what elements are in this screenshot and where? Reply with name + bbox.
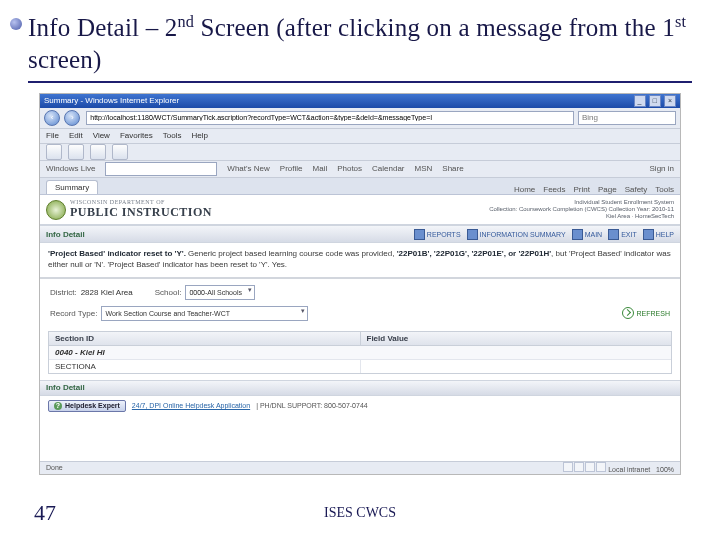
tab-summary[interactable]: Summary bbox=[46, 180, 98, 194]
header-line-1: Individual Student Enrollment System bbox=[489, 199, 674, 206]
command-bar: Home Feeds Print Page Safety Tools bbox=[514, 185, 674, 194]
page-content: WISCONSIN DEPARTMENT OF PUBLIC INSTRUCTI… bbox=[40, 195, 680, 471]
link-info-summary[interactable]: INFORMATION SUMMARY bbox=[467, 229, 566, 240]
title-ordinal-1: nd bbox=[177, 13, 194, 31]
cmd-feeds[interactable]: Feeds bbox=[543, 185, 565, 194]
minimize-button[interactable]: _ bbox=[634, 95, 646, 107]
page-number: 47 bbox=[34, 500, 56, 526]
link-reports[interactable]: REPORTS bbox=[414, 229, 461, 240]
status-segments bbox=[562, 466, 606, 473]
link-help[interactable]: HELP bbox=[643, 229, 674, 240]
menu-file[interactable]: File bbox=[46, 131, 59, 140]
footer-caption: ISES CWCS bbox=[324, 505, 396, 521]
nav-buttons: ‹ › bbox=[44, 110, 82, 126]
record-type-value: Work Section Course and Teacher-WCT bbox=[105, 310, 230, 317]
menu-tools[interactable]: Tools bbox=[163, 131, 182, 140]
live-profile[interactable]: Profile bbox=[280, 164, 303, 173]
table-row[interactable]: SECTIONA bbox=[49, 360, 671, 373]
message-codes: '22P01B', '22P01G', '22P01E', or '22P01H… bbox=[397, 249, 551, 258]
filter-row-2: Record Type: Work Section Course and Tea… bbox=[40, 306, 680, 327]
info-message: 'Project Based' indicator reset to 'Y'. … bbox=[40, 243, 680, 279]
search-provider-label: Bing bbox=[582, 113, 598, 122]
close-button[interactable]: × bbox=[664, 95, 676, 107]
link-exit[interactable]: EXIT bbox=[608, 229, 637, 240]
toolbar-icon-1[interactable] bbox=[68, 144, 84, 160]
link-info-summary-label: INFORMATION SUMMARY bbox=[480, 231, 566, 238]
section2-bar: Info Detail bbox=[40, 380, 680, 396]
table-group-row: 0040 - Kiel HI bbox=[49, 346, 671, 360]
slide-title: Info Detail – 2nd Screen (after clicking… bbox=[28, 12, 692, 75]
filter-row: District: 2828 Kiel Area School: 0000-Al… bbox=[40, 279, 680, 306]
school-field: School: 0000-All Schools bbox=[155, 285, 255, 300]
menu-edit[interactable]: Edit bbox=[69, 131, 83, 140]
section-toolbar: REPORTS INFORMATION SUMMARY MAIN EXIT HE… bbox=[414, 229, 674, 240]
link-exit-label: EXIT bbox=[621, 231, 637, 238]
helpdesk-button[interactable]: Helpdesk Expert bbox=[48, 400, 126, 412]
col-section-id: Section ID bbox=[49, 332, 361, 345]
message-body-a: Generic project based learning course co… bbox=[186, 249, 397, 258]
toolbar-icon-2[interactable] bbox=[90, 144, 106, 160]
back-button[interactable]: ‹ bbox=[44, 110, 60, 126]
address-bar-row: ‹ › Bing bbox=[40, 108, 680, 129]
cmd-print[interactable]: Print bbox=[573, 185, 589, 194]
cmd-home[interactable]: Home bbox=[514, 185, 535, 194]
col-field-value: Field Value bbox=[361, 332, 672, 345]
school-value: 0000-All Schools bbox=[189, 289, 242, 296]
exit-icon bbox=[608, 229, 619, 240]
record-type-field: Record Type: Work Section Course and Tea… bbox=[50, 306, 308, 321]
slide-footer: 47 ISES CWCS bbox=[0, 500, 720, 526]
menu-help[interactable]: Help bbox=[191, 131, 207, 140]
record-type-select[interactable]: Work Section Course and Teacher-WCT bbox=[101, 306, 308, 321]
tab-label: Summary bbox=[55, 183, 89, 192]
tab-row: Summary Home Feeds Print Page Safety Too… bbox=[40, 178, 680, 195]
info-icon bbox=[467, 229, 478, 240]
live-photos[interactable]: Photos bbox=[337, 164, 362, 173]
cmd-tools[interactable]: Tools bbox=[655, 185, 674, 194]
live-share[interactable]: Share bbox=[442, 164, 463, 173]
district-field: District: 2828 Kiel Area bbox=[50, 288, 133, 297]
link-help-label: HELP bbox=[656, 231, 674, 238]
app-header: WISCONSIN DEPARTMENT OF PUBLIC INSTRUCTI… bbox=[40, 195, 680, 226]
cmd-page[interactable]: Page bbox=[598, 185, 617, 194]
refresh-icon bbox=[622, 307, 634, 319]
favorites-bar bbox=[40, 144, 680, 161]
url-input[interactable] bbox=[86, 111, 574, 125]
windows-live-label: Windows Live bbox=[46, 164, 95, 173]
live-calendar[interactable]: Calendar bbox=[372, 164, 404, 173]
helpdesk-link[interactable]: 24/7, DPI Online Helpdesk Application bbox=[132, 402, 250, 409]
search-box[interactable]: Bing bbox=[578, 111, 676, 125]
favorites-icon[interactable] bbox=[46, 144, 62, 160]
district-value: 2828 Kiel Area bbox=[81, 288, 133, 297]
cmd-safety[interactable]: Safety bbox=[625, 185, 648, 194]
helpdesk-phone: | PH/DNL SUPPORT: 800-507-0744 bbox=[256, 402, 368, 409]
reports-icon bbox=[414, 229, 425, 240]
refresh-button[interactable]: REFRESH bbox=[622, 307, 670, 319]
toolbar-icon-3[interactable] bbox=[112, 144, 128, 160]
forward-button[interactable]: › bbox=[64, 110, 80, 126]
helpdesk-row: Helpdesk Expert 24/7, DPI Online Helpdes… bbox=[40, 396, 680, 416]
link-main-label: MAIN bbox=[585, 231, 603, 238]
live-whats-new[interactable]: What's New bbox=[227, 164, 269, 173]
group-label: 0040 - Kiel HI bbox=[49, 346, 671, 359]
window-buttons: _ □ × bbox=[633, 95, 676, 107]
school-select[interactable]: 0000-All Schools bbox=[185, 285, 255, 300]
live-search-input[interactable] bbox=[105, 162, 217, 176]
title-ordinal-2: st bbox=[675, 13, 686, 31]
dpi-seal-icon bbox=[46, 200, 66, 220]
window-titlebar: Summary - Windows Internet Explorer _ □ … bbox=[40, 94, 680, 108]
link-main[interactable]: MAIN bbox=[572, 229, 603, 240]
menu-favorites[interactable]: Favorites bbox=[120, 131, 153, 140]
dpi-logo: WISCONSIN DEPARTMENT OF PUBLIC INSTRUCTI… bbox=[46, 199, 212, 220]
title-part-c: screen) bbox=[28, 46, 102, 73]
status-zone: Local intranet bbox=[608, 466, 650, 473]
menu-view[interactable]: View bbox=[93, 131, 110, 140]
live-mail[interactable]: Mail bbox=[312, 164, 327, 173]
section-title: Info Detail bbox=[46, 230, 85, 239]
cell-field-value bbox=[361, 360, 672, 373]
slide-bullet-icon bbox=[10, 18, 22, 30]
record-type-label: Record Type: bbox=[50, 309, 97, 318]
live-msn[interactable]: MSN bbox=[415, 164, 433, 173]
maximize-button[interactable]: □ bbox=[649, 95, 661, 107]
live-signin[interactable]: Sign in bbox=[650, 164, 674, 173]
slide: Info Detail – 2nd Screen (after clicking… bbox=[0, 0, 720, 540]
